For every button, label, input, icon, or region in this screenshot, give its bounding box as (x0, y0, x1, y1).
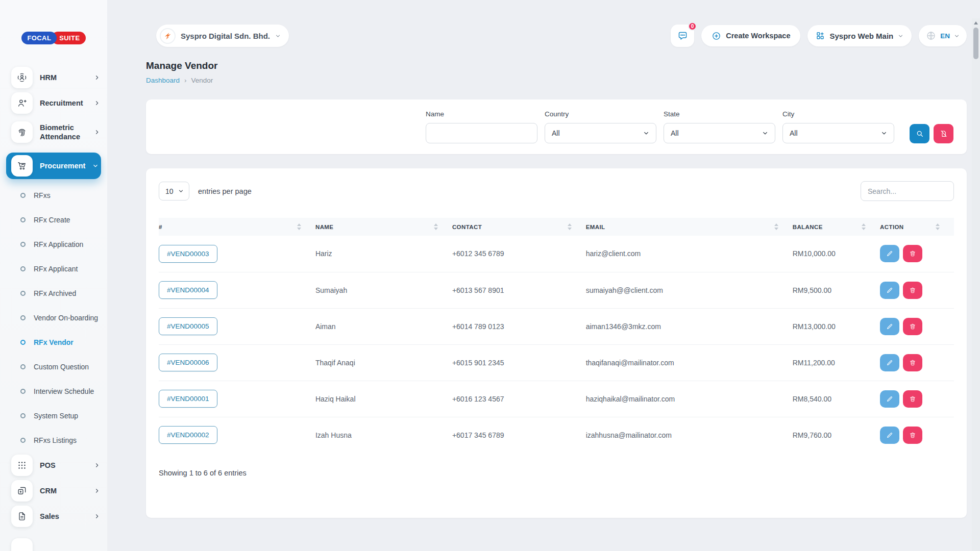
sidebar-subitem-label: RFxs Listings (34, 436, 77, 444)
chat-button[interactable]: 0 (671, 24, 694, 47)
vendor-id-badge[interactable]: #VEND00005 (159, 317, 217, 335)
chat-badge: 0 (688, 22, 697, 31)
edit-button[interactable] (880, 282, 899, 299)
delete-button[interactable] (903, 427, 922, 444)
column-header-index[interactable]: # (159, 218, 315, 236)
vendor-id-badge[interactable]: #VEND00004 (159, 281, 217, 299)
sidebar-subitem-system-setup[interactable]: System Setup (0, 404, 107, 428)
sidebar-item-label: Recruitment (40, 98, 87, 108)
vendor-id-badge[interactable]: #VEND00001 (159, 390, 217, 408)
sidebar-item-sales[interactable]: Sales (0, 504, 107, 529)
sidebar-subitem-rfxs-listings[interactable]: RFxs Listings (0, 428, 107, 453)
vendor-id-badge[interactable]: #VEND00006 (159, 354, 217, 371)
column-header-balance[interactable]: BALANCE (793, 218, 880, 236)
vendor-email: hariz@client.com (586, 236, 793, 272)
delete-button[interactable] (903, 390, 922, 408)
pencil-icon (886, 250, 893, 257)
sidebar-subitem-rfx-application[interactable]: RFx Application (0, 232, 107, 257)
delete-button[interactable] (903, 354, 922, 371)
sidebar-item-hrm[interactable]: HRM (0, 65, 107, 90)
breadcrumb-current: Vendor (191, 77, 213, 84)
entries-per-page-label: entries per page (198, 187, 252, 195)
edit-button[interactable] (880, 318, 899, 335)
workspace-selector[interactable]: Syspro Web Main (807, 25, 912, 46)
vendor-contact: +6017 345 6789 (452, 417, 586, 453)
sidebar-subitem-rfxs[interactable]: RFxs (0, 183, 107, 208)
vendor-id-badge[interactable]: #VEND00002 (159, 426, 217, 444)
delete-button[interactable] (903, 245, 922, 262)
focal-suite-logo[interactable]: FOCAL SUITE (21, 32, 85, 44)
create-workspace-label: Create Workspace (726, 32, 790, 40)
sidebar-subitem-interview-schedule[interactable]: Interview Schedule (0, 379, 107, 404)
table-row: #VEND00006 Thaqif Anaqi +6015 901 2345 t… (159, 344, 954, 381)
sidebar-subitem-rfx-vendor[interactable]: RFx Vendor (0, 330, 107, 355)
sidebar-item-partial[interactable] (11, 538, 107, 551)
vendor-contact: +6015 901 2345 (452, 344, 586, 381)
sidebar-subitem-rfx-archived[interactable]: RFx Archived (0, 281, 107, 306)
logo-focal: FOCAL (21, 32, 57, 44)
table-row: #VEND00001 Haziq Haikal +6016 123 4567 h… (159, 381, 954, 417)
sidebar-item-crm[interactable]: CRM (0, 478, 107, 504)
vendor-id-badge[interactable]: #VEND00003 (159, 245, 217, 263)
column-header-action[interactable]: ACTION (880, 218, 954, 236)
state-select[interactable]: All (664, 123, 775, 143)
chevron-right-icon (94, 100, 100, 106)
sidebar-item-procurement[interactable]: Procurement (6, 153, 101, 179)
recruitment-icon (11, 92, 33, 114)
delete-button[interactable] (903, 282, 922, 299)
language-selector[interactable]: EN (919, 25, 967, 46)
sidebar-subitem-label: RFx Application (34, 240, 83, 248)
table-row: #VEND00004 Sumaiyah +6013 567 8901 sumai… (159, 272, 954, 308)
sidebar-subitem-vendor-onboarding[interactable]: Vendor On-boarding (0, 306, 107, 330)
column-header-email[interactable]: EMAIL (586, 218, 793, 236)
column-header-contact[interactable]: CONTACT (452, 218, 586, 236)
sidebar-item-recruitment[interactable]: Recruitment (0, 90, 107, 116)
sidebar: FOCAL SUITE HRM Recruitment (0, 0, 107, 551)
table-search-input[interactable] (861, 181, 954, 201)
search-filter-button[interactable] (910, 124, 929, 143)
logo-suite: SUITE (52, 32, 85, 44)
scroll-up-icon[interactable] (974, 21, 978, 24)
edit-button[interactable] (880, 245, 899, 262)
create-workspace-button[interactable]: Create Workspace (701, 25, 800, 46)
filter-field-city: City All (782, 110, 894, 143)
breadcrumb-dashboard-link[interactable]: Dashboard (146, 77, 180, 84)
city-select-value: All (790, 129, 798, 137)
sort-icon (568, 223, 572, 230)
sidebar-item-pos[interactable]: POS (0, 453, 107, 478)
sidebar-subitem-label: RFx Archived (34, 289, 76, 297)
column-header-name[interactable]: NAME (315, 218, 452, 236)
delete-button[interactable] (903, 318, 922, 335)
sidebar-subitem-rfx-applicant[interactable]: RFx Applicant (0, 257, 107, 281)
trash-icon (909, 250, 916, 257)
page-scrollbar-track[interactable] (972, 18, 980, 551)
sidebar-item-label: Sales (40, 512, 87, 521)
trash-icon (909, 395, 916, 403)
name-filter-input[interactable] (426, 123, 537, 143)
filter-field-country: Country All (545, 110, 656, 143)
sidebar-item-label: POS (40, 461, 87, 470)
city-select[interactable]: All (782, 123, 894, 143)
company-name: Syspro Digital Sdn. Bhd. (181, 32, 270, 40)
chevron-down-icon (178, 188, 184, 194)
trash-icon (909, 323, 916, 330)
entries-per-page-select[interactable]: 10 (159, 182, 189, 201)
edit-button[interactable] (880, 427, 899, 444)
sidebar-subitem-rfx-create[interactable]: RFx Create (0, 208, 107, 232)
page-scrollbar-thumb[interactable] (973, 28, 978, 59)
chevron-right-icon (94, 129, 100, 135)
city-filter-label: City (782, 110, 894, 118)
table-row: #VEND00003 Hariz +6012 345 6789 hariz@cl… (159, 236, 954, 272)
country-select[interactable]: All (545, 123, 656, 143)
chevron-right-icon (94, 488, 100, 494)
table-row: #VEND00002 Izah Husna +6017 345 6789 iza… (159, 417, 954, 453)
edit-button[interactable] (880, 354, 899, 371)
clear-filter-button[interactable] (934, 124, 953, 143)
sidebar-nav: HRM Recruitment Biometric Attendance (0, 65, 107, 551)
sidebar-subitem-custom-question[interactable]: Custom Question (0, 355, 107, 379)
edit-button[interactable] (880, 390, 899, 408)
bullet-icon (20, 413, 26, 418)
chevron-right-icon (94, 513, 100, 519)
company-selector[interactable]: Syspro Digital Sdn. Bhd. (156, 24, 289, 47)
sidebar-item-biometric-attendance[interactable]: Biometric Attendance (0, 116, 107, 148)
